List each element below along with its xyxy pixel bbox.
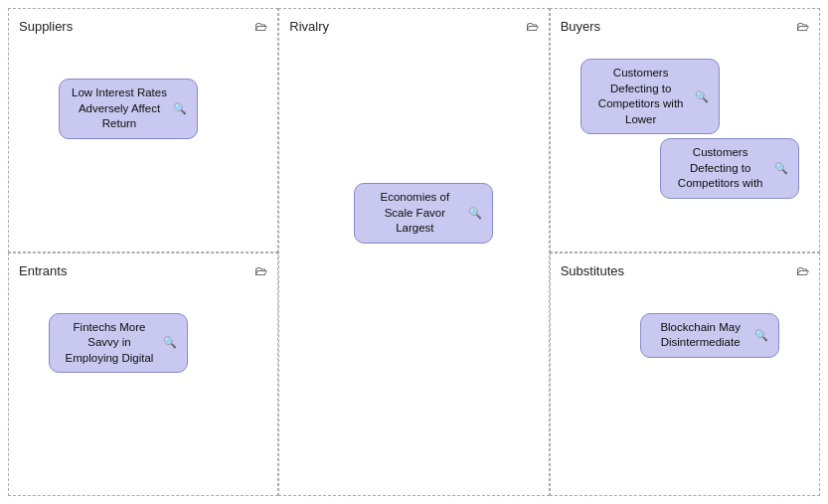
entrants-card-1-text: Fintechs More Savvy in Employing Digital <box>60 320 159 367</box>
substitutes-card-1[interactable]: Blockchain May Disintermediate 🔍 <box>640 313 779 358</box>
buyers-card-2-text: Customers Defecting to Competitors with <box>671 145 770 192</box>
canvas: Suppliers 🗁 Low Interest Rates Adversely… <box>0 0 828 504</box>
substitutes-card-1-text: Blockchain May Disintermediate <box>651 320 750 351</box>
buyers-card-1-search-icon[interactable]: 🔍 <box>695 89 709 104</box>
suppliers-card-1[interactable]: Low Interest Rates Adversely Affect Retu… <box>59 79 198 139</box>
rivalry-card-1[interactable]: Economies of Scale Favor Largest 🔍 <box>354 183 493 244</box>
quadrant-suppliers: Suppliers 🗁 Low Interest Rates Adversely… <box>8 8 278 252</box>
suppliers-card-1-search-icon[interactable]: 🔍 <box>173 101 187 116</box>
suppliers-card-1-text: Low Interest Rates Adversely Affect Retu… <box>70 85 169 132</box>
buyers-card-1-text: Customers Defecting to Competitors with … <box>591 66 691 127</box>
suppliers-title: Suppliers <box>19 19 73 34</box>
buyers-card-2[interactable]: Customers Defecting to Competitors with … <box>660 138 799 199</box>
rivalry-title: Rivalry <box>289 19 329 34</box>
substitutes-folder-icon[interactable]: 🗁 <box>796 263 809 278</box>
quadrant-entrants-header: Entrants 🗁 <box>19 263 267 278</box>
quadrant-entrants: Entrants 🗁 Fintechs More Savvy in Employ… <box>8 252 278 497</box>
entrants-card-1-search-icon[interactable]: 🔍 <box>163 335 177 350</box>
quadrant-suppliers-header: Suppliers 🗁 <box>19 19 267 34</box>
rivalry-folder-icon[interactable]: 🗁 <box>526 19 539 34</box>
quadrant-rivalry-header: Rivalry 🗁 <box>289 19 538 34</box>
quadrant-buyers-header: Buyers 🗁 <box>561 19 809 34</box>
substitutes-title: Substitutes <box>561 263 624 278</box>
quadrant-rivalry: Rivalry 🗁 Economies of Scale Favor Large… <box>278 8 549 496</box>
substitutes-card-1-search-icon[interactable]: 🔍 <box>754 328 768 343</box>
suppliers-folder-icon[interactable]: 🗁 <box>254 19 267 34</box>
quadrant-substitutes: Substitutes 🗁 Blockchain May Disintermed… <box>550 252 820 497</box>
rivalry-card-1-search-icon[interactable]: 🔍 <box>468 206 482 221</box>
quadrant-buyers: Buyers 🗁 Customers Defecting to Competit… <box>550 8 820 252</box>
buyers-title: Buyers <box>561 19 600 34</box>
quadrant-substitutes-header: Substitutes 🗁 <box>561 263 809 278</box>
entrants-card-1[interactable]: Fintechs More Savvy in Employing Digital… <box>49 313 188 374</box>
buyers-card-1[interactable]: Customers Defecting to Competitors with … <box>580 59 720 134</box>
rivalry-card-1-text: Economies of Scale Favor Largest <box>365 190 464 237</box>
buyers-folder-icon[interactable]: 🗁 <box>796 19 809 34</box>
entrants-folder-icon[interactable]: 🗁 <box>254 263 267 278</box>
entrants-title: Entrants <box>19 263 67 278</box>
buyers-card-2-search-icon[interactable]: 🔍 <box>774 161 788 176</box>
